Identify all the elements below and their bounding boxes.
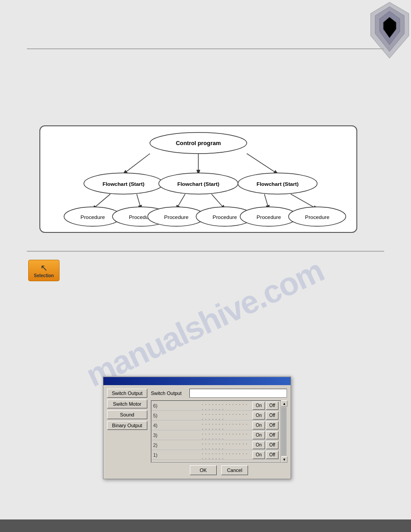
switch-motor-btn[interactable]: Switch Motor xyxy=(107,399,147,408)
item-6-dots: . . . . . . . . . . . . . . . . . . . . … xyxy=(202,401,251,411)
item-3-onoff: On Off xyxy=(253,431,278,439)
cursor-icon: ↖ xyxy=(40,263,48,272)
item-4-label: 4) xyxy=(153,423,202,428)
item-3-label: 3) xyxy=(153,433,202,438)
dialog-actions: OK Cancel xyxy=(151,465,287,475)
bottom-bar xyxy=(0,519,411,532)
item-5-on[interactable]: On xyxy=(253,412,265,420)
list-item: 3) . . . . . . . . . . . . . . . . . . .… xyxy=(151,430,280,440)
item-2-label: 2) xyxy=(153,442,202,448)
sound-btn[interactable]: Sound xyxy=(107,410,147,419)
input-label: Switch Output xyxy=(151,390,187,396)
item-6-on[interactable]: On xyxy=(253,402,265,410)
item-5-off[interactable]: Off xyxy=(266,412,278,420)
item-1-label: 1) xyxy=(153,452,202,458)
dialog-right-panel: Switch Output 6) . . . . . . . . . . . .… xyxy=(151,389,287,475)
selection-label: Selection xyxy=(34,273,54,278)
list-item: 1) . . . . . . . . . . . . . . . . . . .… xyxy=(151,450,280,460)
item-5-label: 5) xyxy=(153,413,202,418)
item-4-onoff: On Off xyxy=(253,421,278,429)
item-2-onoff: On Off xyxy=(253,441,278,449)
list-item: 5) . . . . . . . . . . . . . . . . . . .… xyxy=(151,411,280,420)
item-3-off[interactable]: Off xyxy=(266,431,278,439)
item-2-on[interactable]: On xyxy=(253,441,265,449)
item-2-off[interactable]: Off xyxy=(266,441,278,449)
logo-icon xyxy=(368,0,411,60)
item-3-on[interactable]: On xyxy=(253,431,265,439)
svg-text:Procedure: Procedure xyxy=(81,214,105,220)
svg-text:Procedure: Procedure xyxy=(305,214,330,220)
svg-text:Flowchart (Start): Flowchart (Start) xyxy=(257,181,299,187)
item-4-on[interactable]: On xyxy=(253,421,265,429)
item-1-off[interactable]: Off xyxy=(266,451,278,459)
item-1-on[interactable]: On xyxy=(253,451,265,459)
svg-line-8 xyxy=(247,154,278,174)
svg-text:Procedure: Procedure xyxy=(213,214,237,220)
dialog-list: 6) . . . . . . . . . . . . . . . . . . .… xyxy=(151,400,287,463)
item-4-dots: . . . . . . . . . . . . . . . . . . . . … xyxy=(202,420,251,430)
dialog-body: Switch Output Switch Motor Sound Binary … xyxy=(103,385,291,479)
list-item: 2) . . . . . . . . . . . . . . . . . . .… xyxy=(151,440,280,450)
item-5-dots: . . . . . . . . . . . . . . . . . . . . … xyxy=(202,411,251,420)
input-row: Switch Output xyxy=(151,389,287,398)
item-3-dots: . . . . . . . . . . . . . . . . . . . . … xyxy=(202,430,251,440)
svg-text:Procedure: Procedure xyxy=(257,214,281,220)
dialog-sidebar: Switch Output Switch Motor Sound Binary … xyxy=(107,389,147,475)
svg-text:Procedure: Procedure xyxy=(164,214,189,220)
list-item: 6) . . . . . . . . . . . . . . . . . . .… xyxy=(151,401,280,411)
item-6-onoff: On Off xyxy=(253,402,278,410)
flowchart-svg: Control program Flowchart (Start) Flowch… xyxy=(40,126,356,232)
scroll-up-arrow[interactable]: ▲ xyxy=(281,400,287,407)
cancel-button[interactable]: Cancel xyxy=(221,465,248,475)
binary-output-btn[interactable]: Binary Output xyxy=(107,421,147,430)
watermark: manualshive.com xyxy=(81,252,329,394)
item-6-off[interactable]: Off xyxy=(266,402,278,410)
item-1-onoff: On Off xyxy=(253,451,278,459)
switch-output-btn[interactable]: Switch Output xyxy=(107,389,147,398)
svg-text:Control program: Control program xyxy=(176,140,221,146)
selection-button[interactable]: ↖ Selection xyxy=(28,260,60,281)
page: Control program Flowchart (Start) Flowch… xyxy=(0,0,411,532)
item-1-dots: . . . . . . . . . . . . . . . . . . . . … xyxy=(202,450,251,460)
list-container: 6) . . . . . . . . . . . . . . . . . . .… xyxy=(151,400,287,463)
top-divider xyxy=(27,48,384,49)
scroll-thumb[interactable] xyxy=(282,407,287,456)
svg-line-6 xyxy=(124,154,150,174)
dialog-box: Switch Output Switch Motor Sound Binary … xyxy=(103,376,291,479)
logo-area xyxy=(366,0,411,63)
mid-divider xyxy=(27,251,384,252)
list-item: 4) . . . . . . . . . . . . . . . . . . .… xyxy=(151,420,280,430)
item-5-onoff: On Off xyxy=(253,412,278,420)
flowchart-diagram: Control program Flowchart (Start) Flowch… xyxy=(39,125,357,233)
scroll-down-arrow[interactable]: ▼ xyxy=(281,456,287,463)
switch-output-input[interactable] xyxy=(189,389,287,398)
item-4-off[interactable]: Off xyxy=(266,421,278,429)
item-2-dots: . . . . . . . . . . . . . . . . . . . . … xyxy=(202,440,251,450)
item-6-label: 6) xyxy=(153,403,202,408)
svg-text:Flowchart (Start): Flowchart (Start) xyxy=(103,181,145,187)
ok-button[interactable]: OK xyxy=(190,465,217,475)
dialog-titlebar xyxy=(103,377,291,385)
vertical-scrollbar[interactable]: ▲ ▼ xyxy=(281,400,287,463)
svg-text:Flowchart (Start): Flowchart (Start) xyxy=(177,181,219,187)
